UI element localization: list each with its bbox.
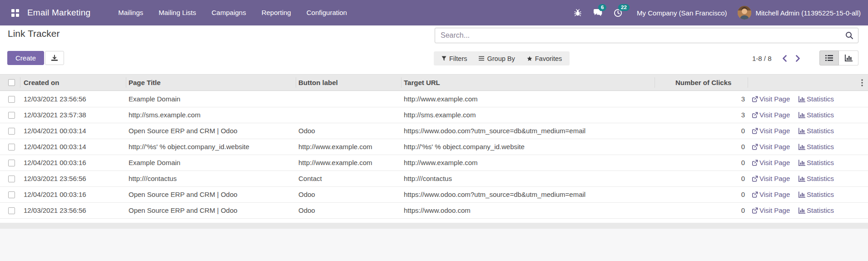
row-checkbox[interactable]: [8, 96, 15, 103]
table-row[interactable]: 12/04/2021 00:03:14 Open Source ERP and …: [0, 123, 868, 139]
cell-number-of-clicks: 0: [655, 203, 745, 218]
search-input[interactable]: [435, 31, 841, 40]
external-link-icon: [752, 191, 758, 198]
row-checkbox[interactable]: [8, 176, 15, 182]
app-name[interactable]: Email Marketing: [27, 8, 90, 18]
column-header-created-on[interactable]: Created on: [24, 75, 59, 91]
statistics-button[interactable]: Statistics: [799, 187, 834, 202]
favorites-star-icon: [527, 56, 532, 61]
table-body: 12/03/2021 23:56:56 Example Domain http:…: [0, 91, 868, 219]
statistics-icon: [799, 176, 805, 182]
filters-label: Filters: [449, 55, 467, 62]
user-menu[interactable]: Mitchell Admin (11395225-15-0-all): [755, 9, 861, 17]
column-header-target-url[interactable]: Target URL: [404, 75, 440, 91]
favorites-button[interactable]: Favorites: [521, 51, 568, 65]
grid-icon: [11, 9, 19, 17]
cell-created-on: 12/03/2021 23:57:38: [24, 107, 126, 123]
statistics-button[interactable]: Statistics: [799, 123, 834, 139]
table-row[interactable]: 12/03/2021 23:56:56 http:///contactus Co…: [0, 171, 868, 187]
row-checkbox[interactable]: [8, 112, 15, 119]
statistics-icon: [799, 112, 805, 118]
visit-page-button[interactable]: Visit Page: [752, 139, 790, 155]
row-checkbox[interactable]: [8, 144, 15, 151]
search-icon: [845, 31, 853, 40]
visit-page-label: Visit Page: [759, 107, 790, 123]
create-button[interactable]: Create: [7, 51, 44, 65]
statistics-button[interactable]: Statistics: [799, 203, 834, 218]
table-row[interactable]: 12/03/2021 23:57:38 http://sms.example.c…: [0, 107, 868, 123]
export-button[interactable]: [45, 51, 64, 65]
column-header-number-of-clicks[interactable]: Number of Clicks: [675, 75, 731, 91]
filter-funnel-icon: [441, 56, 446, 61]
external-link-icon: [752, 207, 758, 214]
visit-page-button[interactable]: Visit Page: [752, 155, 790, 171]
graph-view-button[interactable]: [839, 50, 858, 65]
cell-button-label: Odoo: [298, 123, 401, 139]
table-row[interactable]: 12/04/2021 00:03:14 http://'%s' % object…: [0, 139, 868, 155]
company-switcher[interactable]: My Company (San Francisco): [637, 9, 727, 17]
vertical-dots-icon: [861, 79, 863, 86]
cell-created-on: 12/04/2021 00:03:16: [24, 155, 126, 171]
menu-mailing-lists[interactable]: Mailing Lists: [151, 0, 204, 25]
external-link-icon: [752, 144, 758, 150]
statistics-button[interactable]: Statistics: [799, 107, 834, 123]
view-switcher: [819, 50, 858, 65]
visit-page-button[interactable]: Visit Page: [752, 91, 790, 107]
external-link-icon: [752, 112, 758, 118]
apps-menu-icon[interactable]: [7, 0, 23, 25]
external-link-icon: [752, 96, 758, 102]
cell-button-label: Contact: [298, 171, 401, 186]
visit-page-label: Visit Page: [759, 123, 790, 139]
pager-previous-button[interactable]: [778, 55, 791, 62]
statistics-label: Statistics: [807, 171, 834, 186]
statistics-button[interactable]: Statistics: [799, 155, 834, 171]
select-all-checkbox[interactable]: [8, 79, 15, 86]
main-menu: Mailings Mailing Lists Campaigns Reporti…: [110, 0, 355, 25]
cell-page-title: Example Domain: [129, 91, 296, 107]
row-checkbox[interactable]: [8, 207, 15, 214]
menu-reporting[interactable]: Reporting: [254, 0, 299, 25]
cell-target-url: http://www.example.com: [404, 91, 653, 107]
external-link-icon: [752, 128, 758, 134]
visit-page-label: Visit Page: [759, 91, 790, 107]
row-checkbox[interactable]: [8, 191, 15, 198]
visit-page-button[interactable]: Visit Page: [752, 187, 790, 202]
download-icon: [51, 55, 58, 62]
debug-button[interactable]: [572, 0, 584, 25]
table-row[interactable]: 12/04/2021 00:03:16 Open Source ERP and …: [0, 187, 868, 203]
cell-page-title: Open Source ERP and CRM | Odoo: [129, 123, 296, 139]
pager-next-button[interactable]: [791, 55, 804, 62]
row-checkbox[interactable]: [8, 160, 15, 166]
visit-page-button[interactable]: Visit Page: [752, 107, 790, 123]
messages-button[interactable]: 6: [592, 0, 604, 25]
row-checkbox[interactable]: [8, 128, 15, 135]
cell-button-label: Odoo: [298, 203, 401, 218]
statistics-button[interactable]: Statistics: [799, 139, 834, 155]
visit-page-button[interactable]: Visit Page: [752, 171, 790, 186]
column-header-page-title[interactable]: Page Title: [129, 75, 161, 91]
statistics-button[interactable]: Statistics: [799, 91, 834, 107]
table-row[interactable]: 12/03/2021 23:56:56 Open Source ERP and …: [0, 203, 868, 219]
search-submit-button[interactable]: [841, 28, 858, 43]
filters-button[interactable]: Filters: [436, 51, 473, 65]
cell-target-url: http://sms.example.com: [404, 107, 653, 123]
group-by-button[interactable]: Group By: [473, 51, 521, 65]
list-view-button[interactable]: [819, 50, 839, 65]
statistics-button[interactable]: Statistics: [799, 171, 834, 186]
optional-columns-button[interactable]: [861, 79, 863, 86]
list-view-icon: [825, 55, 833, 61]
visit-page-button[interactable]: Visit Page: [752, 203, 790, 218]
menu-mailings[interactable]: Mailings: [110, 0, 151, 25]
cell-page-title: http:///contactus: [129, 171, 296, 186]
table-row[interactable]: 12/03/2021 23:56:56 Example Domain http:…: [0, 91, 868, 107]
visit-page-button[interactable]: Visit Page: [752, 123, 790, 139]
table-row[interactable]: 12/04/2021 00:03:16 Example Domain http:…: [0, 155, 868, 171]
visit-page-label: Visit Page: [759, 155, 790, 171]
menu-campaigns[interactable]: Campaigns: [204, 0, 254, 25]
visit-page-label: Visit Page: [759, 187, 790, 202]
avatar[interactable]: [738, 6, 751, 20]
column-header-button-label[interactable]: Button label: [298, 75, 338, 91]
cell-target-url: http:///contactus: [404, 171, 653, 186]
menu-configuration[interactable]: Configuration: [299, 0, 355, 25]
activities-button[interactable]: 22: [612, 0, 624, 25]
